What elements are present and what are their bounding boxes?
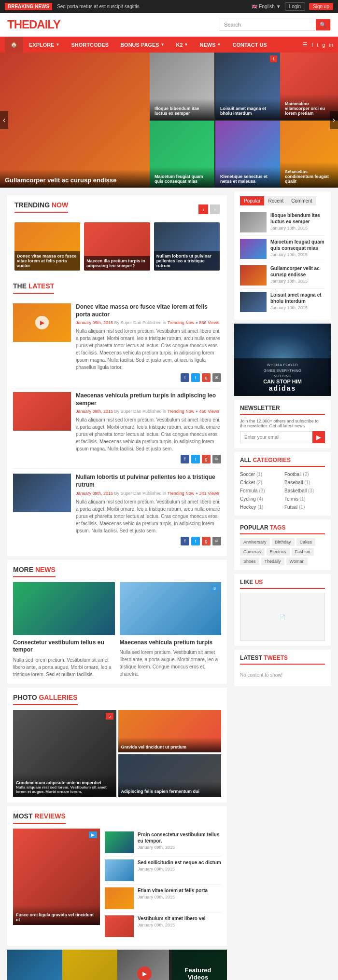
article-content-1: Donec vitae massa orc fusce vitae lorem … [76,303,221,382]
site-logo[interactable]: THEDAILY [7,18,60,31]
cat-hockey[interactable]: Hockey (1) [240,504,281,511]
breaking-label: BREAKING NEWS [5,3,52,10]
video-play-icon[interactable]: ▶ [35,316,49,329]
cat-basketball[interactable]: Basketball (3) [284,487,325,494]
facebook-share-btn-3[interactable]: f [181,537,189,545]
hero-thumb-2[interactable]: 1 Loisuit amet magna et bholu interdum [215,53,280,120]
hero-next-button[interactable]: › [330,111,338,129]
gallery-item-3[interactable]: Adipiscing felis sapien fermentum dui [118,754,222,797]
signup-button[interactable]: Sign up [309,3,333,10]
gallery-title: PHOTO GALLERIES [13,694,78,705]
nav-news[interactable]: NEWS ▼ [194,37,227,53]
article-title-1[interactable]: Donec vitae massa orc fusce vitae lorem … [76,303,221,318]
twitter-share-btn-3[interactable]: t [191,537,200,545]
twitter-icon[interactable]: t [317,42,318,48]
nav-bonus[interactable]: BONUS PAGES ▼ [114,37,170,53]
email-share-btn-3[interactable]: ✉ [212,537,221,545]
gplus-share-btn-2[interactable]: g [202,455,211,463]
news-badge: 8 [211,585,218,592]
tag-anniversary[interactable]: Anniversary [240,538,270,546]
gallery-item-main[interactable]: 5 Condimentum adipisute ante in imperdie… [13,710,116,797]
article-title-3[interactable]: Nullam lobortis ut pulvinar pellentes le… [76,474,221,489]
trending-card-2[interactable]: Maecen illa pretium turpis in adipiscing… [84,222,150,271]
article-social-2: f t g ✉ [76,455,221,463]
cat-cycling[interactable]: Cycling (4) [240,495,281,503]
content-area: TRENDING NOW ‹ › Donec vitae massa orc f… [7,191,227,980]
tag-fashion[interactable]: Fashion [292,548,314,556]
email-share-btn[interactable]: ✉ [212,373,221,382]
hero-thumb-3[interactable]: Maioetum feugiat quam quis consequat mia… [150,121,214,188]
cat-football[interactable]: Football (2) [284,471,325,478]
hero-thumb-6[interactable]: Sehasellus condimentum feugiat qualit [280,121,338,188]
hero-thumb-5[interactable]: Mammalino vilamcorper orci eu lorem pret… [280,53,338,120]
tag-electrics[interactable]: Electrics [267,548,290,556]
googleplus-icon[interactable]: g [322,42,325,48]
tag-cameras[interactable]: Cameras [240,548,265,556]
breaking-text: Sed porta metus at est suscipit sagittis [57,4,247,9]
adidas-logo: adidas [238,384,327,392]
hero-thumb-caption-3: Maioetum feugiat quam quis consequat mia… [150,167,214,188]
tag-cakes[interactable]: Cakes [296,538,316,546]
cat-formula[interactable]: Formula (3) [240,487,281,494]
trending-caption-3: Nullam lobortis ut pulvinar pellentes le… [154,251,220,271]
trending-card-3[interactable]: Nullam lobortis ut pulvinar pellentes le… [154,222,220,271]
trending-section: TRENDING NOW ‹ › Donec vitae massa orc f… [7,195,227,276]
nav-shortcodes[interactable]: SHORTCODES [66,37,115,53]
cat-baseball[interactable]: Baseball (1) [284,479,325,486]
nav-home[interactable]: 🏠 [5,37,23,53]
popular-tabs: Popular Recent Comment [240,196,325,205]
tag-thedaily[interactable]: Thedaily [261,558,284,565]
cat-soccer[interactable]: Soccer (1) [240,471,281,478]
facebook-icon[interactable]: f [311,42,313,48]
hero-thumb-4[interactable]: Klenetique senectus et netus et maleusa [215,121,280,188]
gallery-badge-1: 5 [106,713,113,720]
tab-comment[interactable]: Comment [287,196,316,205]
nav-explore[interactable]: EXPLORE ▼ [23,37,66,53]
email-share-btn-2[interactable]: ✉ [212,455,221,463]
trending-next[interactable]: › [210,204,220,214]
cat-tennis[interactable]: Tennis (1) [284,495,325,503]
hero-prev-button[interactable]: ‹ [0,111,8,129]
newsletter-input[interactable] [240,431,312,443]
article-meta-1: January 09th, 2015 By Super Dan Publishe… [76,320,221,325]
article-excerpt-3: Nulla aliquam nisl sed lorem pretium. Ve… [76,498,221,534]
tab-recent[interactable]: Recent [264,196,287,205]
featured-play-icon[interactable]: ▶ [137,966,152,980]
search-input[interactable] [219,19,316,30]
twitter-share-btn-2[interactable]: t [191,455,200,463]
gallery-item-2[interactable]: Gravida vel tincidunt ut pretium [118,710,222,752]
tab-popular[interactable]: Popular [240,196,264,205]
linkedin-icon[interactable]: in [329,42,333,48]
gplus-share-btn[interactable]: g [202,373,211,382]
language-selector[interactable]: 🇬🇧 English ▼ [252,4,281,9]
news-card-title-1[interactable]: Consectetur vestibulum tellus eu tempor [13,639,115,654]
rss-icon[interactable]: ☰ [303,41,308,48]
like-us-box[interactable]: 📄 [240,593,325,641]
article-title-2[interactable]: Maecenas vehicula pretium turpis in adip… [76,392,221,407]
nav-contact[interactable]: CONTACT US [226,37,272,53]
review-thumb-3 [105,887,134,909]
nav-k2[interactable]: K2 ▼ [170,37,194,53]
search-button[interactable]: 🔍 [316,19,330,30]
hero-main-slide: Gullamcorper velit ac curusp endisse [0,53,150,188]
cat-futsal[interactable]: Futsal (1) [284,504,325,511]
tag-shoes[interactable]: Shoes [240,558,259,565]
trending-card-1[interactable]: Donec vitae massa orc fusce vitae lorem … [14,222,80,271]
sidebar: Popular Recent Comment Illoque bibendum … [234,191,331,980]
review-thumb-4 [105,915,134,937]
popular-item-3: Gullamcorper velit ac curusp endisse Jan… [240,262,325,289]
hero-thumb-1[interactable]: Illoque bibendum itae luctus ex semper [150,53,214,120]
tag-birthday[interactable]: Birthday [272,538,295,546]
hero-badge-1: 1 [270,55,277,62]
twitter-share-btn[interactable]: t [191,373,200,382]
news-card-title-2[interactable]: Maecenas vehicula pretium turpis [120,639,222,647]
popular-item-2: Maioetum feugiat quam quis consequat mia… [240,236,325,262]
cat-cricket[interactable]: Cricket (2) [240,479,281,486]
trending-prev[interactable]: ‹ [198,204,208,214]
gplus-share-btn-3[interactable]: g [202,537,211,545]
login-button[interactable]: Login [285,2,305,11]
newsletter-submit[interactable]: ▶ [312,431,325,443]
tag-woman[interactable]: Woman [286,558,308,565]
facebook-share-btn[interactable]: f [181,373,189,382]
facebook-share-btn-2[interactable]: f [181,455,189,463]
